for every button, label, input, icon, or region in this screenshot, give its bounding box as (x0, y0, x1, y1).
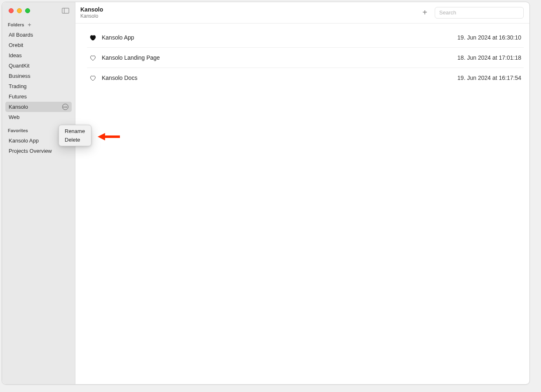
favorite-toggle[interactable] (89, 55, 96, 61)
search-input[interactable] (435, 7, 524, 19)
context-rename[interactable]: Rename (59, 127, 91, 135)
topbar: Kansolo Kansolo + (75, 2, 529, 23)
sidebar-item-trading[interactable]: Trading (5, 81, 72, 91)
board-date: 18. Jun 2024 at 17:01:18 (457, 54, 521, 61)
folder-options-button[interactable]: ••• (62, 104, 68, 110)
heart-outline-icon (90, 55, 96, 61)
heart-filled-icon (90, 35, 96, 40)
sidebar-item-label: Kansolo App (9, 138, 39, 144)
sidebar-item-label: Business (9, 73, 30, 79)
sidebar-item-quantkit[interactable]: QuantKit (5, 61, 72, 71)
sidebar-item-ideas[interactable]: Ideas (5, 50, 72, 61)
sidebar-item-orebit[interactable]: Orebit (5, 40, 72, 50)
traffic-lights (9, 8, 30, 13)
board-title: Kansolo App (102, 34, 134, 41)
topbar-actions: + (420, 7, 524, 19)
sidebar-item-web[interactable]: Web (5, 112, 72, 122)
window-close-button[interactable] (9, 8, 14, 13)
folders-section-label: Folders (8, 22, 24, 27)
svg-rect-0 (62, 8, 69, 14)
board-date: 19. Jun 2024 at 16:17:54 (457, 75, 521, 81)
sidebar-item-label: Trading (9, 83, 27, 89)
add-folder-button[interactable]: ＋ (27, 22, 32, 27)
sidebar-item-kansolo[interactable]: Kansolo ••• (5, 102, 72, 112)
board-title: Kansolo Landing Page (102, 54, 160, 61)
sidebar-item-all-boards[interactable]: All Boards (5, 30, 72, 40)
arrow-left-icon (98, 133, 105, 140)
sidebar-item-label: Orebit (9, 42, 23, 48)
sidebar-item-futures[interactable]: Futures (5, 91, 72, 102)
heart-outline-icon (90, 75, 96, 81)
favorites-section-label: Favorites (8, 128, 28, 133)
favorite-toggle[interactable] (89, 75, 96, 81)
sidebar-item-label: Ideas (9, 52, 22, 58)
window-minimize-button[interactable] (17, 8, 22, 13)
favorite-item-projects-overview[interactable]: Projects Overview (5, 146, 72, 156)
sidebar-item-label: All Boards (9, 32, 33, 38)
sidebar-item-label: Kansolo (9, 104, 28, 110)
folders-section-header: Folders ＋ (2, 18, 75, 29)
sidebar-item-label: Projects Overview (9, 148, 52, 154)
sidebar: Folders ＋ All Boards Orebit Ideas QuantK… (2, 2, 75, 384)
plus-icon: + (422, 8, 427, 17)
sidebar-item-business[interactable]: Business (5, 71, 72, 81)
favorite-toggle[interactable] (89, 35, 96, 40)
title-block: Kansolo Kansolo (80, 6, 103, 19)
folder-context-menu: Rename Delete (59, 125, 91, 146)
board-row[interactable]: Kansolo Landing Page 18. Jun 2024 at 17:… (87, 48, 524, 68)
app-window: Folders ＋ All Boards Orebit Ideas QuantK… (2, 2, 530, 385)
board-date: 19. Jun 2024 at 16:30:10 (457, 34, 521, 41)
folders-list: All Boards Orebit Ideas QuantKit Busines… (2, 29, 75, 123)
sidebar-item-label: Web (9, 114, 20, 120)
sidebar-toggle-button[interactable] (62, 8, 69, 14)
sidebar-item-label: Futures (9, 93, 27, 100)
board-row[interactable]: Kansolo Docs 19. Jun 2024 at 16:17:54 (87, 68, 524, 88)
add-board-button[interactable]: + (420, 8, 430, 17)
board-title: Kansolo Docs (102, 75, 137, 81)
titlebar (2, 2, 75, 18)
board-row[interactable]: Kansolo App 19. Jun 2024 at 16:30:10 (87, 30, 524, 48)
annotation-arrow (98, 133, 120, 140)
sidebar-item-label: QuantKit (9, 63, 30, 69)
board-list: Kansolo App 19. Jun 2024 at 16:30:10 Kan… (75, 23, 529, 88)
breadcrumb: Kansolo (80, 13, 103, 19)
context-delete[interactable]: Delete (59, 135, 91, 144)
arrow-shaft (105, 135, 120, 138)
main-area: Kansolo Kansolo + Kansolo App 19. Jun 20… (75, 2, 529, 384)
ellipsis-icon: ••• (63, 105, 68, 109)
window-zoom-button[interactable] (25, 8, 30, 13)
page-title: Kansolo (80, 6, 103, 13)
sidebar-icon (62, 8, 69, 14)
